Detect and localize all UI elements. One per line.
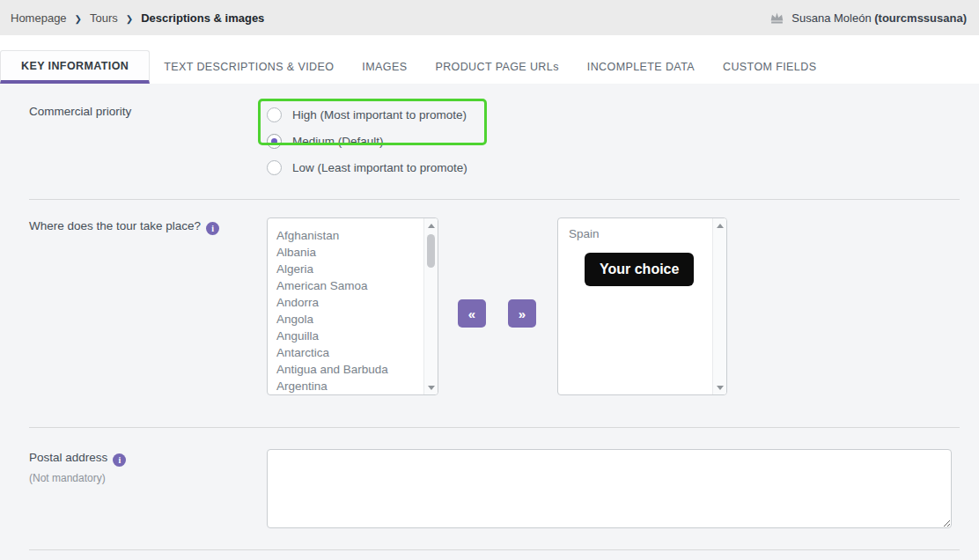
selected-countries-listbox[interactable]: Spain Your choice bbox=[557, 217, 727, 395]
section-divider bbox=[29, 549, 960, 550]
tour-location-label: Where does the tour take place? bbox=[29, 219, 201, 232]
country-option-andorra[interactable]: Andorra bbox=[276, 294, 418, 311]
page: Homepage❯Tours❯Descriptions & images Sus… bbox=[0, 0, 979, 560]
breadcrumb-item-descriptions-images[interactable]: Descriptions & images bbox=[141, 11, 264, 25]
country-option-angola[interactable]: Angola bbox=[276, 311, 418, 328]
selected-country-spain[interactable]: Spain bbox=[558, 218, 726, 240]
scroll-up-icon[interactable] bbox=[713, 218, 727, 232]
move-all-right-button[interactable]: » bbox=[508, 299, 536, 328]
commercial-priority-label: Commercial priority bbox=[29, 105, 267, 118]
info-icon[interactable]: i bbox=[206, 222, 219, 235]
breadcrumb-item-homepage[interactable]: Homepage bbox=[11, 11, 67, 25]
move-all-left-button[interactable]: « bbox=[458, 299, 486, 328]
tab-text-descriptions-video[interactable]: TEXT DESCRIPTIONS & VIDEO bbox=[150, 50, 348, 84]
user-info[interactable]: Susana Moleón (tourcmssusana) bbox=[769, 11, 967, 25]
postal-address-label: Postal address bbox=[29, 451, 107, 464]
scrollbar[interactable] bbox=[423, 218, 438, 394]
breadcrumb: Homepage❯Tours❯Descriptions & images bbox=[11, 11, 268, 25]
selected-countries-list: Spain bbox=[558, 218, 726, 240]
radio-option-label: Low (Least important to promote) bbox=[292, 161, 467, 174]
country-option-armenia[interactable]: Armenia bbox=[276, 394, 418, 395]
radio-group: High (Most important to promote)Medium (… bbox=[267, 98, 467, 181]
country-option-albania[interactable]: Albania bbox=[276, 244, 418, 261]
commercial-priority-label-col: Commercial priority bbox=[29, 98, 267, 181]
breadcrumb-separator-icon: ❯ bbox=[126, 13, 133, 23]
tour-location-fields: AfghanistanAlbaniaAlgeriaAmerican SamoaA… bbox=[267, 217, 727, 395]
tab-custom-fields[interactable]: CUSTOM FIELDS bbox=[709, 50, 830, 84]
scroll-down-icon[interactable] bbox=[713, 380, 727, 394]
tab-key-information[interactable]: KEY INFORMATION bbox=[0, 50, 150, 84]
radio-icon[interactable] bbox=[267, 107, 282, 122]
radio-icon[interactable] bbox=[267, 134, 282, 149]
radio-option-medium-default[interactable]: Medium (Default) bbox=[267, 128, 467, 154]
info-icon[interactable]: i bbox=[113, 453, 126, 467]
radio-option-high-most-important-to-promote[interactable]: High (Most important to promote) bbox=[267, 101, 467, 128]
tour-location-section: Where does the tour take place?i Afghani… bbox=[29, 200, 960, 395]
country-option-antarctica[interactable]: Antarctica bbox=[276, 344, 418, 361]
tab-images[interactable]: IMAGES bbox=[348, 50, 421, 84]
your-choice-tooltip: Your choice bbox=[585, 253, 694, 286]
radio-option-low-least-important-to-promote[interactable]: Low (Least important to promote) bbox=[267, 154, 467, 181]
main-content: Commercial priority High (Most important… bbox=[0, 84, 979, 550]
radio-option-label: High (Most important to promote) bbox=[292, 108, 467, 122]
postal-address-label-col: Postal addressi (Not mandatory) bbox=[29, 449, 267, 528]
move-buttons: « » bbox=[458, 299, 536, 328]
scrollbar[interactable] bbox=[712, 218, 726, 394]
tour-location-label-col: Where does the tour take place?i bbox=[29, 217, 267, 395]
user-name: Susana Moleón (tourcmssusana) bbox=[791, 11, 967, 25]
postal-address-textarea[interactable] bbox=[267, 449, 952, 528]
radio-icon[interactable] bbox=[267, 160, 282, 175]
tab-bar: KEY INFORMATIONTEXT DESCRIPTIONS & VIDEO… bbox=[0, 35, 979, 84]
country-option-afghanistan[interactable]: Afghanistan bbox=[276, 227, 418, 244]
radio-option-label: Medium (Default) bbox=[292, 135, 384, 148]
top-header: Homepage❯Tours❯Descriptions & images Sus… bbox=[0, 0, 979, 35]
user-account-name: (tourcmssusana) bbox=[874, 11, 967, 25]
country-option-antigua-and-barbuda[interactable]: Antigua and Barbuda bbox=[276, 361, 418, 378]
scroll-up-icon[interactable] bbox=[424, 218, 438, 232]
available-countries-listbox[interactable]: AfghanistanAlbaniaAlgeriaAmerican SamoaA… bbox=[267, 217, 438, 395]
postal-address-section: Postal addressi (Not mandatory) bbox=[29, 428, 960, 528]
user-display-name: Susana Moleón bbox=[791, 11, 871, 25]
tab-incomplete-data[interactable]: INCOMPLETE DATA bbox=[573, 50, 709, 84]
country-option-anguilla[interactable]: Anguilla bbox=[276, 328, 418, 344]
crown-icon bbox=[769, 11, 784, 25]
commercial-priority-options: High (Most important to promote)Medium (… bbox=[267, 98, 467, 181]
commercial-priority-section: Commercial priority High (Most important… bbox=[29, 84, 960, 181]
scroll-thumb[interactable] bbox=[427, 234, 435, 268]
breadcrumb-separator-icon: ❯ bbox=[75, 13, 82, 23]
available-countries-list: AfghanistanAlbaniaAlgeriaAmerican SamoaA… bbox=[268, 218, 438, 395]
country-option-algeria[interactable]: Algeria bbox=[276, 261, 418, 277]
breadcrumb-item-tours[interactable]: Tours bbox=[90, 11, 118, 25]
country-option-argentina[interactable]: Argentina bbox=[276, 378, 418, 394]
scroll-down-icon[interactable] bbox=[424, 380, 438, 394]
country-option-american-samoa[interactable]: American Samoa bbox=[276, 277, 418, 294]
postal-address-note: (Not mandatory) bbox=[29, 472, 267, 484]
tab-product-page-urls[interactable]: PRODUCT PAGE URLs bbox=[421, 50, 572, 84]
